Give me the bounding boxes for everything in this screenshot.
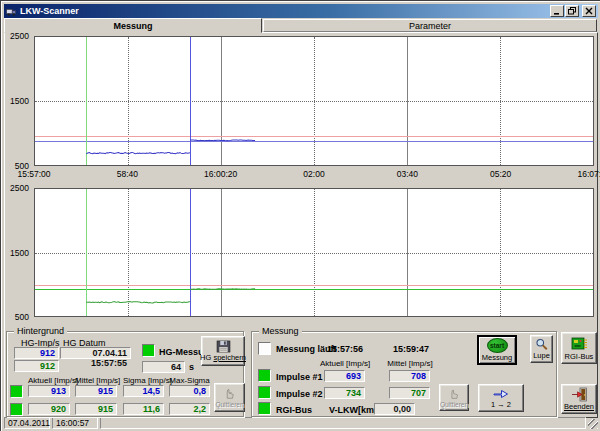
impulse1-mittel: 708 [389, 370, 430, 382]
hg-speichern-button[interactable]: HG speichern [201, 336, 245, 366]
group-messung: Messung Messung läuft 15:57:56 15:59:47 … [251, 331, 557, 417]
hg-messung-indicator [142, 344, 155, 357]
hg-row1-sigma: 14,5 [123, 385, 164, 397]
title-bar: LKW-Scanner [4, 4, 598, 18]
trace-Impulse #2 [86, 302, 190, 303]
magnifier-icon [535, 338, 549, 351]
tab-messung-label: Messung [113, 21, 152, 31]
beenden-button-label: Beenden [564, 403, 594, 411]
x-tick-label: 15:57:00 [17, 169, 50, 179]
chart1-x-axis: 15:57:0058:4016:00:2002:0003:4005:2016:0… [34, 169, 594, 179]
group-messung-title: Messung [259, 326, 302, 336]
status-date: 07.04.2011 [4, 417, 50, 429]
group-hintergrund: Hintergrund HG-Imp/s HG Datum 912 07.04.… [6, 331, 244, 417]
hg-row2-sigma: 11,6 [123, 403, 164, 415]
chart2-y-axis: 25001500500 [5, 188, 31, 317]
impulse2-indicator [258, 386, 271, 399]
x-tick-label: 16:07:00 [577, 169, 600, 179]
messung-start-button[interactable]: start Messung [477, 335, 517, 365]
y-tick-label: 1500 [10, 248, 29, 258]
hg-countdown-field: 64 [142, 361, 185, 373]
x-tick-label: 05:20 [490, 169, 511, 179]
messung-running-indicator [258, 342, 271, 355]
hg-row2-mittel: 915 [75, 403, 117, 415]
hand-icon [447, 387, 461, 400]
impulse1-indicator [258, 369, 271, 382]
exit-door-icon [571, 387, 588, 402]
trace-Impulse #2 [190, 289, 255, 290]
hg-value-1-field: 912 [14, 347, 59, 359]
x-tick-label: 58:40 [117, 169, 138, 179]
hg-datum-field: 07.04.11 15:57:55 [60, 347, 131, 359]
vlkw-field: 0,00 [374, 403, 415, 415]
hg-countdown-unit: s [189, 362, 194, 372]
hg-quittieren-button[interactable]: Quittieren [214, 383, 245, 412]
hg-row1-indicator [10, 385, 23, 398]
arrow-right-icon [492, 388, 510, 400]
col-sigma-label: Sigma [Imp/s] [123, 376, 164, 385]
hg-quittieren-label: Quittieren [215, 401, 243, 409]
hg-row1-maxsigma: 0,8 [169, 385, 210, 397]
floppy-icon [216, 340, 231, 353]
x-tick-label: 16:00:20 [204, 169, 237, 179]
messung-col-mittel: Mittel [Imp/s] [384, 359, 436, 368]
rgi-bus-button-label: RGI-Bus [565, 353, 594, 361]
trace-canvas [35, 37, 593, 165]
messung-quittieren-button[interactable]: Quittieren [439, 384, 469, 411]
restore-button[interactable] [565, 5, 579, 17]
trace-Impulse #1 [86, 152, 190, 153]
tab-messung[interactable]: Messung [4, 18, 262, 33]
chip-icon [570, 336, 588, 352]
col-mittel-label: Mittel [Imp/s] [75, 376, 117, 385]
status-bar: 07.04.2011 16:00:57 [4, 417, 598, 429]
tab-parameter-label: Parameter [409, 21, 451, 31]
impulse1-aktuell: 693 [324, 370, 365, 382]
messung-col-aktuell: Aktuell [Imp/s] [319, 359, 371, 368]
col-maxsigma-label: Max-Sigma [169, 376, 210, 385]
rgi-bus-button[interactable]: RGI-Bus [561, 332, 597, 364]
messung-quittieren-label: Quittieren [440, 401, 468, 409]
transfer-1-2-label: 1 → 2 [491, 401, 511, 409]
app-window: LKW-Scanner Messung Parameter 2500150050… [0, 0, 600, 431]
hg-row1-mittel: 915 [75, 385, 117, 397]
x-tick-label: 02:00 [303, 169, 324, 179]
hg-row1-aktuell: 913 [28, 385, 70, 397]
close-button[interactable] [582, 5, 596, 17]
trace-Impulse #1 [190, 140, 255, 141]
chart1-y-axis: 25001500500 [5, 36, 31, 166]
hand-icon [222, 386, 237, 400]
lupe-button[interactable]: Lupe [530, 335, 553, 363]
resize-grip[interactable] [588, 419, 598, 429]
y-tick-label: 1500 [10, 96, 29, 106]
hg-row2-aktuell: 920 [28, 403, 70, 415]
y-tick-label: 500 [15, 312, 29, 322]
rgi-bus-indicator [258, 402, 271, 415]
transfer-1-2-button[interactable]: 1 → 2 [478, 384, 524, 412]
hg-value-2-field: 912 [14, 360, 59, 372]
rgi-bus-row-label: RGI-Bus [276, 405, 312, 415]
app-icon [6, 6, 17, 17]
minimize-button[interactable] [550, 5, 564, 17]
messung-start-label: Messung [482, 354, 512, 362]
lupe-label: Lupe [533, 352, 550, 360]
y-tick-label: 2500 [10, 183, 29, 193]
x-tick-label: 03:40 [397, 169, 418, 179]
impulse2-mittel: 707 [389, 387, 430, 399]
beenden-button[interactable]: Beenden [561, 384, 597, 414]
status-info [100, 417, 586, 429]
trace-canvas [35, 189, 593, 316]
hg-row2-indicator [10, 403, 23, 416]
window-title: LKW-Scanner [20, 6, 549, 16]
status-time: 16:00:57 [52, 417, 98, 429]
hg-row2-maxsigma: 2,2 [169, 403, 210, 415]
hg-speichern-label: HG speichern [200, 354, 246, 362]
col-aktuell-label: Aktuell [Imp/s] [28, 376, 70, 385]
group-hintergrund-title: Hintergrund [14, 326, 67, 336]
start-circle-icon: start [487, 338, 508, 353]
chart2-plot [34, 188, 594, 317]
impulse2-aktuell: 734 [324, 387, 365, 399]
messung-stop-time: 15:59:47 [388, 344, 434, 354]
messung-start-time: 15:57:56 [322, 344, 368, 354]
chart1-plot [34, 36, 594, 166]
tab-parameter[interactable]: Parameter [263, 19, 597, 32]
